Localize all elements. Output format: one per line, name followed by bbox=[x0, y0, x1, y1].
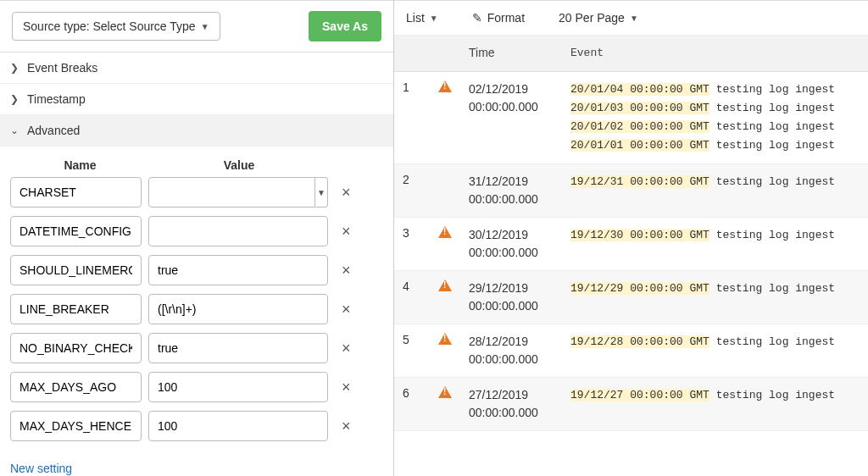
event-time: 02/12/201900:00:00.000 bbox=[462, 72, 564, 163]
event-text: 20/01/04 00:00:00 GMT testing log ingest… bbox=[564, 72, 868, 163]
col-header-warn bbox=[428, 36, 462, 71]
event-message: testing log ingest bbox=[709, 229, 835, 241]
setting-value-input[interactable] bbox=[148, 177, 315, 208]
per-page-dropdown[interactable]: 20 Per Page ▼ bbox=[559, 11, 638, 25]
setting-value-wrap bbox=[148, 255, 328, 285]
left-panel: Source type: Select Source Type ▼ Save A… bbox=[0, 0, 394, 476]
event-message: testing log ingest bbox=[709, 175, 835, 188]
section-timestamp[interactable]: ❯ Timestamp bbox=[0, 84, 393, 115]
save-as-button[interactable]: Save As bbox=[309, 11, 381, 42]
highlighted-timestamp: 19/12/27 00:00:00 GMT bbox=[570, 389, 709, 401]
source-type-label: Source type: Select Source Type bbox=[23, 19, 196, 33]
col-header-time: Time bbox=[462, 36, 564, 71]
event-row[interactable]: 429/12/201900:00:00.00019/12/29 00:00:00… bbox=[394, 271, 868, 324]
event-row[interactable]: 528/12/201900:00:00.00019/12/28 00:00:00… bbox=[394, 324, 868, 378]
event-time: 27/12/201900:00:00.000 bbox=[462, 378, 564, 430]
warning-icon[interactable] bbox=[438, 280, 452, 291]
section-label: Timestamp bbox=[27, 92, 86, 106]
format-button[interactable]: ✎ Format bbox=[472, 11, 525, 25]
delete-row-button[interactable]: × bbox=[335, 375, 358, 400]
event-row-number: 1 bbox=[394, 72, 428, 163]
caret-down-icon: ▼ bbox=[201, 22, 209, 31]
warning-icon[interactable] bbox=[438, 80, 452, 92]
setting-value-input[interactable] bbox=[148, 294, 328, 324]
setting-value-input[interactable] bbox=[148, 411, 328, 441]
highlighted-timestamp: 20/01/01 00:00:00 GMT bbox=[570, 139, 709, 152]
left-topbar: Source type: Select Source Type ▼ Save A… bbox=[0, 0, 393, 53]
advanced-row: × bbox=[10, 294, 383, 324]
advanced-body: Name Value ▼××××××× bbox=[0, 147, 393, 457]
setting-value-wrap bbox=[148, 333, 328, 363]
event-time: 30/12/201900:00:00.000 bbox=[462, 218, 564, 270]
right-topbar: List ▼ ✎ Format 20 Per Page ▼ bbox=[394, 0, 868, 36]
event-row-number: 4 bbox=[394, 271, 428, 324]
list-dropdown[interactable]: List ▼ bbox=[406, 11, 438, 25]
col-header-value: Value bbox=[150, 158, 328, 172]
chevron-right-icon: ❯ bbox=[10, 62, 19, 74]
event-warning-cell bbox=[428, 324, 462, 377]
list-label: List bbox=[406, 11, 425, 25]
event-row[interactable]: 627/12/201900:00:00.00019/12/27 00:00:00… bbox=[394, 378, 868, 431]
format-label: Format bbox=[487, 11, 525, 25]
setting-value-input[interactable] bbox=[148, 333, 328, 363]
highlighted-timestamp: 20/01/04 00:00:00 GMT bbox=[570, 83, 709, 96]
event-message: testing log ingest bbox=[709, 83, 835, 96]
per-page-label: 20 Per Page bbox=[559, 11, 625, 25]
event-row[interactable]: 102/12/201900:00:00.00020/01/04 00:00:00… bbox=[394, 72, 868, 164]
event-row[interactable]: 231/12/201900:00:00.00019/12/31 00:00:00… bbox=[394, 164, 868, 218]
delete-row-button[interactable]: × bbox=[335, 180, 358, 205]
event-row-number: 3 bbox=[394, 218, 428, 270]
delete-row-button[interactable]: × bbox=[335, 219, 358, 244]
event-warning-cell bbox=[428, 271, 462, 324]
col-header-name: Name bbox=[10, 158, 150, 172]
setting-value-input[interactable] bbox=[148, 216, 328, 246]
section-label: Event Breaks bbox=[27, 61, 97, 75]
setting-name-input[interactable] bbox=[10, 333, 142, 363]
event-warning-cell bbox=[428, 378, 462, 430]
event-text: 19/12/31 00:00:00 GMT testing log ingest bbox=[564, 164, 868, 217]
right-panel: List ▼ ✎ Format 20 Per Page ▼ Time Event… bbox=[394, 0, 868, 476]
col-header-event: Event bbox=[564, 36, 868, 71]
event-message: testing log ingest bbox=[709, 139, 835, 152]
setting-value-wrap bbox=[148, 411, 328, 441]
caret-down-icon: ▼ bbox=[317, 188, 326, 197]
advanced-row: ▼× bbox=[10, 177, 383, 208]
event-row[interactable]: 330/12/201900:00:00.00019/12/30 00:00:00… bbox=[394, 218, 868, 271]
setting-name-input[interactable] bbox=[10, 177, 142, 208]
advanced-row: × bbox=[10, 216, 383, 246]
section-event-breaks[interactable]: ❯ Event Breaks bbox=[0, 53, 393, 84]
delete-row-button[interactable]: × bbox=[335, 414, 358, 439]
event-message: testing log ingest bbox=[709, 102, 835, 114]
event-row-number: 6 bbox=[394, 378, 428, 430]
setting-name-input[interactable] bbox=[10, 294, 142, 324]
highlighted-timestamp: 19/12/31 00:00:00 GMT bbox=[570, 175, 709, 188]
delete-row-button[interactable]: × bbox=[335, 297, 358, 322]
setting-value-wrap: ▼ bbox=[148, 177, 328, 208]
warning-icon[interactable] bbox=[438, 386, 452, 398]
value-dropdown-toggle[interactable]: ▼ bbox=[315, 177, 328, 208]
event-text: 19/12/28 00:00:00 GMT testing log ingest bbox=[564, 324, 868, 377]
warning-icon[interactable] bbox=[438, 333, 452, 345]
setting-name-input[interactable] bbox=[10, 255, 142, 285]
new-setting-link[interactable]: New setting bbox=[0, 457, 393, 476]
event-message: testing log ingest bbox=[709, 335, 835, 348]
event-row-number: 5 bbox=[394, 324, 428, 377]
advanced-row: × bbox=[10, 255, 383, 285]
setting-name-input[interactable] bbox=[10, 216, 142, 246]
event-time: 28/12/201900:00:00.000 bbox=[462, 324, 564, 377]
delete-row-button[interactable]: × bbox=[335, 336, 358, 361]
setting-value-input[interactable] bbox=[148, 255, 328, 285]
event-row-number: 2 bbox=[394, 164, 428, 217]
event-message: testing log ingest bbox=[709, 282, 835, 295]
setting-name-input[interactable] bbox=[10, 372, 142, 402]
section-advanced[interactable]: ⌄ Advanced bbox=[0, 115, 393, 147]
setting-value-input[interactable] bbox=[148, 372, 328, 402]
event-time: 31/12/201900:00:00.000 bbox=[462, 164, 564, 217]
event-warning-cell bbox=[428, 72, 462, 163]
source-type-dropdown[interactable]: Source type: Select Source Type ▼ bbox=[12, 12, 220, 41]
advanced-row: × bbox=[10, 372, 383, 402]
highlighted-timestamp: 19/12/28 00:00:00 GMT bbox=[570, 335, 709, 348]
warning-icon[interactable] bbox=[438, 226, 452, 238]
delete-row-button[interactable]: × bbox=[335, 258, 358, 283]
setting-name-input[interactable] bbox=[10, 411, 142, 441]
